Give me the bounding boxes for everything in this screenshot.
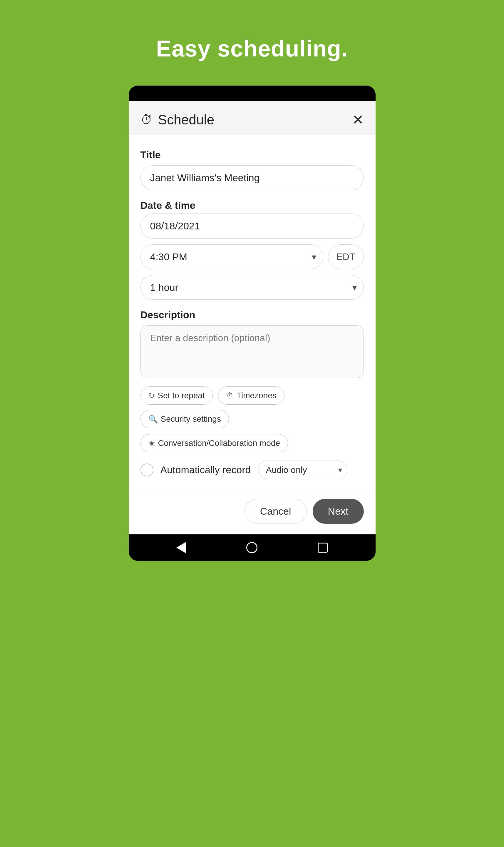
- status-bar: [129, 86, 376, 101]
- repeat-icon: ↻: [148, 391, 155, 400]
- duration-wrapper: 30 minutes 1 hour 1.5 hours 2 hours ▾: [141, 275, 364, 300]
- dialog-container: ⏱ Schedule ✕ Title Date & time 12:00 PM …: [129, 101, 376, 534]
- auto-record-radio[interactable]: [141, 464, 154, 477]
- date-time-label: Date & time: [141, 200, 364, 211]
- recents-icon[interactable]: [318, 542, 328, 553]
- dialog-title: Schedule: [158, 112, 215, 128]
- title-input[interactable]: [141, 165, 364, 190]
- dialog-title-row: ⏱ Schedule: [141, 112, 215, 128]
- timezone-icon: ⏱: [226, 391, 234, 400]
- page-heading: Easy scheduling.: [156, 35, 348, 62]
- chip-timezones-label: Timezones: [237, 391, 276, 400]
- date-input[interactable]: [141, 213, 364, 239]
- security-icon: 🔍: [148, 415, 158, 424]
- close-icon[interactable]: ✕: [352, 111, 364, 128]
- chip-security-settings-label: Security settings: [161, 414, 221, 424]
- back-icon[interactable]: [176, 542, 186, 553]
- duration-select[interactable]: 30 minutes 1 hour 1.5 hours 2 hours: [141, 275, 364, 300]
- timezone-badge: EDT: [328, 244, 364, 269]
- chip-conversation-mode-label: Conversation/Collaboration mode: [158, 438, 281, 448]
- chip-security-settings[interactable]: 🔍 Security settings: [141, 410, 229, 428]
- home-icon[interactable]: [246, 542, 257, 553]
- title-label: Title: [141, 149, 364, 160]
- chip-timezones[interactable]: ⏱ Timezones: [218, 386, 285, 405]
- record-row: Automatically record Audio only Video an…: [141, 461, 364, 479]
- chip-set-to-repeat-label: Set to repeat: [158, 391, 205, 400]
- audio-dropdown-wrapper: Audio only Video and Audio ▾: [258, 461, 347, 479]
- nav-bar: [129, 534, 376, 561]
- dialog-header: ⏱ Schedule ✕: [129, 101, 376, 135]
- next-button[interactable]: Next: [313, 499, 364, 524]
- chips-row-2: ★ Conversation/Collaboration mode: [141, 434, 364, 452]
- time-row: 12:00 PM 12:30 PM 4:00 PM 4:30 PM 5:00 P…: [141, 244, 364, 269]
- audio-select[interactable]: Audio only Video and Audio: [258, 461, 347, 479]
- time-select[interactable]: 12:00 PM 12:30 PM 4:00 PM 4:30 PM 5:00 P…: [141, 244, 323, 269]
- phone-container: ⏱ Schedule ✕ Title Date & time 12:00 PM …: [129, 86, 376, 561]
- description-textarea[interactable]: [141, 325, 364, 378]
- star-icon: ★: [148, 439, 155, 448]
- chip-conversation-mode[interactable]: ★ Conversation/Collaboration mode: [141, 434, 288, 452]
- auto-record-label: Automatically record: [160, 464, 251, 476]
- chips-row: ↻ Set to repeat ⏱ Timezones 🔍 Security s…: [141, 386, 364, 428]
- description-label: Description: [141, 309, 364, 321]
- dialog-body: Title Date & time 12:00 PM 12:30 PM 4:00…: [129, 135, 376, 490]
- time-select-wrapper: 12:00 PM 12:30 PM 4:00 PM 4:30 PM 5:00 P…: [141, 244, 323, 269]
- clock-icon: ⏱: [141, 113, 153, 127]
- dialog-footer: Cancel Next: [129, 490, 376, 534]
- cancel-button[interactable]: Cancel: [245, 499, 307, 524]
- chip-set-to-repeat[interactable]: ↻ Set to repeat: [141, 386, 213, 405]
